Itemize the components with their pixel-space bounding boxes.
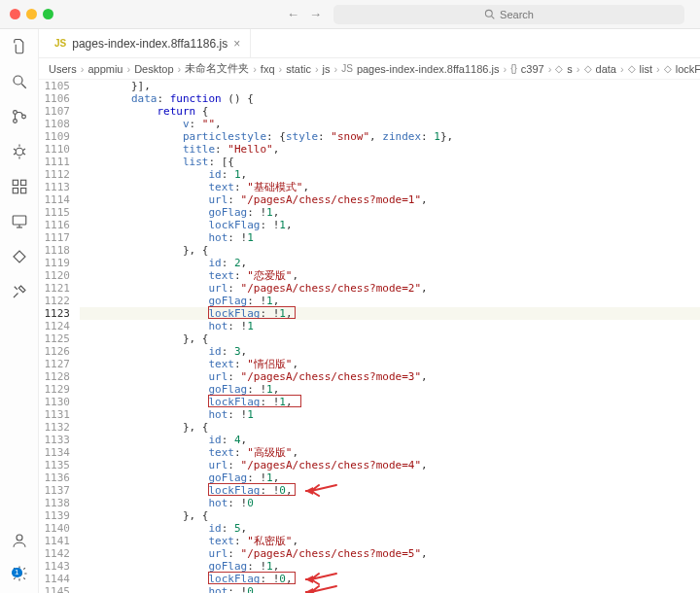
symbol-icon: ◇ (584, 63, 592, 74)
nav-forward-button[interactable]: → (309, 7, 322, 21)
code-line[interactable]: lockFlag: !1, (80, 396, 700, 408)
crumb[interactable]: Desktop (134, 63, 173, 75)
close-tab-button[interactable]: × (233, 37, 240, 51)
js-file-icon: JS (54, 38, 66, 49)
settings-badge: 1 (12, 568, 21, 577)
debug-icon[interactable] (10, 142, 29, 161)
crumb[interactable]: data (596, 63, 616, 75)
search-icon[interactable] (10, 72, 29, 91)
code-line[interactable]: text: "高级版", (80, 446, 700, 459)
crumb[interactable]: static (286, 63, 311, 75)
crumb[interactable]: list (640, 63, 652, 75)
code-line[interactable]: goFlag: !1, (80, 560, 700, 573)
code-line[interactable]: }, { (80, 421, 700, 434)
maximize-window-button[interactable] (43, 9, 53, 19)
code-line[interactable]: goFlag: !1, (80, 295, 700, 307)
azure-icon[interactable] (10, 247, 29, 266)
explorer-icon[interactable] (10, 37, 29, 56)
account-icon[interactable] (10, 531, 29, 550)
code-line[interactable]: goFlag: !1, (80, 206, 700, 219)
code-line[interactable]: list: [{ (80, 156, 700, 168)
close-window-button[interactable] (10, 9, 20, 19)
code-line[interactable]: id: 5, (80, 522, 700, 535)
code-line[interactable]: id: 2, (80, 257, 700, 269)
crumb[interactable]: lockFlag (676, 63, 700, 75)
code-line[interactable]: }], (80, 80, 700, 92)
symbol-icon: ◇ (628, 63, 636, 74)
code-line[interactable]: lockFlag: !1, (80, 219, 700, 231)
svg-point-0 (485, 10, 492, 17)
code-line[interactable]: particlestyle: {style: "snow", zindex: 1… (80, 130, 700, 143)
crumb[interactable]: 未命名文件夹 (185, 61, 249, 76)
crumb[interactable]: Users (49, 63, 77, 75)
traffic-lights (10, 9, 53, 19)
code-line[interactable]: hot: !0 (80, 497, 700, 509)
line-gutter: 1105110611071108110911101111111211131114… (39, 80, 80, 593)
svg-point-21 (17, 535, 22, 541)
code-line[interactable]: }, { (80, 509, 700, 522)
search-input[interactable]: Search (333, 5, 684, 24)
crumb[interactable]: pages-index-index.8ffa1186.js (357, 63, 500, 75)
code-line[interactable]: text: "私密版", (80, 535, 700, 547)
code-line[interactable]: lockFlag: !0, (80, 484, 700, 497)
crumb[interactable]: c397 (521, 63, 544, 75)
code-lines[interactable]: }], data: function () { return { v: "", … (80, 80, 700, 593)
minimize-window-button[interactable] (26, 9, 37, 19)
svg-rect-18 (13, 216, 26, 225)
nav-back-button[interactable]: ← (287, 7, 299, 21)
code-line[interactable]: text: "恋爱版", (80, 269, 700, 282)
symbol-icon: ◇ (555, 63, 563, 74)
svg-marker-25 (305, 588, 313, 593)
code-line[interactable]: }, { (80, 332, 700, 345)
svg-point-6 (21, 115, 25, 119)
settings-icon[interactable]: 1 (10, 564, 29, 583)
svg-line-12 (14, 154, 16, 156)
code-line[interactable]: hot: !1 (80, 231, 700, 244)
js-file-icon: JS (341, 63, 353, 74)
code-line[interactable]: hot: !1 (80, 320, 700, 332)
code-line[interactable]: id: 1, (80, 168, 700, 181)
svg-line-13 (22, 154, 24, 156)
svg-marker-24 (305, 576, 313, 583)
crumb[interactable]: appmiu (88, 63, 122, 75)
source-control-icon[interactable] (10, 107, 29, 126)
code-editor[interactable]: 1105110611071108110911101111111211131114… (39, 80, 700, 593)
crumb[interactable]: js (323, 63, 331, 75)
crumb[interactable]: fxq (261, 63, 275, 75)
tab-file[interactable]: JS pages-index-index.8ffa1186.js × (45, 29, 251, 57)
code-line[interactable]: hot: !1 (80, 408, 700, 421)
code-line[interactable]: url: "/pagesA/chess/chess?mode=3", (80, 370, 700, 383)
remote-icon[interactable] (10, 212, 29, 231)
svg-line-10 (14, 149, 16, 151)
code-line[interactable]: v: "", (80, 118, 700, 130)
tools-icon[interactable] (10, 282, 29, 301)
code-line[interactable]: url: "/pagesA/chess/chess?mode=4", (80, 459, 700, 471)
code-line[interactable]: hot: !0 (80, 585, 700, 593)
code-line[interactable]: title: "Hello", (80, 143, 700, 156)
extensions-icon[interactable] (10, 177, 29, 196)
code-line[interactable]: goFlag: !1, (80, 471, 700, 484)
svg-rect-15 (13, 189, 18, 193)
svg-marker-23 (305, 487, 313, 495)
breadcrumb[interactable]: Users› appmiu› Desktop› 未命名文件夹› fxq› sta… (39, 58, 700, 80)
code-line[interactable]: url: "/pagesA/chess/chess?mode=5", (80, 547, 700, 560)
code-line[interactable]: return { (80, 105, 700, 118)
code-line[interactable]: url: "/pagesA/chess/chess?mode=1", (80, 193, 700, 206)
code-line[interactable]: id: 4, (80, 434, 700, 446)
code-line[interactable]: url: "/pagesA/chess/chess?mode=2", (80, 282, 700, 295)
search-icon (484, 9, 495, 19)
code-line[interactable]: lockFlag: !1, (80, 307, 700, 320)
svg-point-7 (16, 148, 23, 156)
crumb[interactable]: s (567, 63, 573, 75)
code-line[interactable]: }, { (80, 244, 700, 257)
code-line[interactable]: goFlag: !1, (80, 383, 700, 396)
code-line[interactable]: text: "情侣版", (80, 358, 700, 370)
svg-line-1 (492, 17, 495, 19)
code-line[interactable]: text: "基础模式", (80, 181, 700, 193)
svg-rect-16 (20, 189, 25, 193)
code-line[interactable]: lockFlag: !0, (80, 573, 700, 585)
svg-line-11 (22, 149, 24, 151)
code-line[interactable]: data: function () { (80, 92, 700, 105)
code-line[interactable]: id: 3, (80, 345, 700, 358)
svg-point-2 (14, 76, 22, 85)
